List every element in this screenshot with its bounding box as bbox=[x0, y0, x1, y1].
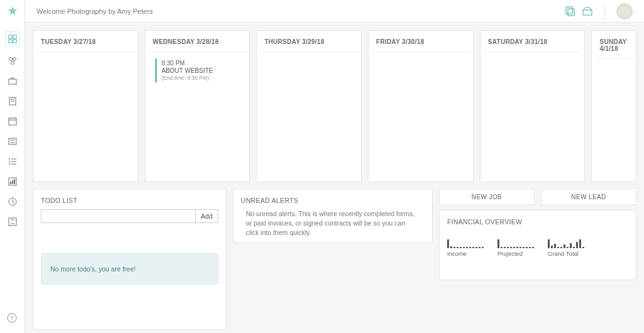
finance-charts: Income Projected Grand Total bbox=[447, 234, 628, 257]
user-avatar[interactable] bbox=[616, 3, 633, 19]
finance-title: FINANCIAL OVERVIEW bbox=[447, 218, 628, 226]
lower-row: TODO LIST Add No more todo's, you are fr… bbox=[33, 188, 636, 330]
chart-income: Income bbox=[447, 234, 484, 257]
day-body: 8:30 PM ABOUT WEBSITE (End time: 9:30 PM… bbox=[148, 52, 247, 182]
day-body bbox=[483, 52, 582, 182]
svg-point-20 bbox=[9, 161, 10, 162]
svg-rect-3 bbox=[13, 40, 16, 43]
help-icon[interactable]: ? bbox=[7, 313, 18, 324]
day-body bbox=[259, 52, 358, 182]
todo-empty-message: No more todo's, you are free! bbox=[41, 253, 218, 285]
day-card[interactable]: TUESDAY 3/27/18 bbox=[33, 30, 138, 182]
calendar-row: TUESDAY 3/27/18 WEDNESDAY 3/28/18 8:30 P… bbox=[33, 30, 636, 182]
svg-text:?: ? bbox=[10, 315, 13, 321]
nav-calendar-icon[interactable] bbox=[7, 116, 18, 127]
day-header: SUNDAY 4/1/18 bbox=[592, 31, 636, 58]
finance-panel: FINANCIAL OVERVIEW Income Projected Gran… bbox=[439, 210, 636, 280]
svg-rect-27 bbox=[14, 179, 15, 184]
day-card[interactable]: SATURDAY 3/31/18 bbox=[480, 30, 586, 182]
day-card[interactable]: FRIDAY 3/30/18 bbox=[368, 30, 474, 182]
day-header: WEDNESDAY 3/28/18 bbox=[145, 31, 250, 52]
todo-title: TODO LIST bbox=[41, 197, 218, 204]
todo-input-row: Add bbox=[41, 209, 218, 223]
chart-label: Income bbox=[447, 250, 467, 257]
svg-rect-37 bbox=[568, 9, 574, 16]
svg-rect-2 bbox=[8, 40, 11, 43]
right-column: NEW JOB NEW LEAD FINANCIAL OVERVIEW Inco… bbox=[439, 188, 636, 330]
svg-point-18 bbox=[9, 158, 10, 160]
svg-rect-25 bbox=[10, 182, 11, 184]
mini-chart bbox=[447, 234, 484, 248]
day-header: SATURDAY 3/31/18 bbox=[480, 31, 585, 52]
nav-invoice-icon[interactable] bbox=[7, 96, 18, 107]
svg-rect-15 bbox=[9, 138, 16, 145]
nav-forms-icon[interactable] bbox=[7, 136, 18, 147]
day-body bbox=[594, 58, 633, 182]
todo-add-button[interactable]: Add bbox=[196, 209, 218, 223]
chart-label: Grand Total bbox=[548, 250, 579, 257]
nav-reports-icon[interactable] bbox=[7, 176, 18, 187]
nav-timer-icon[interactable] bbox=[7, 196, 18, 207]
new-job-button[interactable]: NEW JOB bbox=[439, 188, 535, 205]
chart-projected: Projected bbox=[497, 234, 534, 257]
nav-dashboard-icon[interactable] bbox=[5, 31, 20, 46]
svg-point-4 bbox=[9, 58, 12, 61]
action-row: NEW JOB NEW LEAD bbox=[439, 188, 636, 205]
main-content: TUESDAY 3/27/18 WEDNESDAY 3/28/18 8:30 P… bbox=[25, 23, 644, 333]
new-lead-button[interactable]: NEW LEAD bbox=[541, 188, 636, 205]
svg-rect-38 bbox=[583, 10, 592, 15]
event-time: 8:30 PM bbox=[162, 60, 240, 67]
svg-rect-31 bbox=[9, 218, 16, 226]
day-header: TUESDAY 3/27/18 bbox=[33, 31, 138, 52]
nav-contacts-icon[interactable] bbox=[7, 55, 18, 67]
alerts-title: UNREAD ALERTS bbox=[241, 197, 425, 204]
todo-input[interactable] bbox=[41, 209, 196, 223]
svg-rect-26 bbox=[12, 180, 13, 184]
day-body bbox=[371, 52, 470, 182]
svg-rect-11 bbox=[9, 118, 16, 125]
event-title: ABOUT WEBSITE bbox=[162, 67, 240, 74]
nav-briefcase-icon[interactable] bbox=[7, 75, 18, 87]
svg-rect-36 bbox=[566, 7, 572, 14]
svg-point-6 bbox=[11, 62, 14, 65]
day-card[interactable]: WEDNESDAY 3/28/18 8:30 PM ABOUT WEBSITE … bbox=[145, 30, 250, 182]
chart-label: Projected bbox=[497, 250, 523, 257]
alerts-body: No unread alerts. This is where recently… bbox=[241, 209, 425, 238]
svg-point-5 bbox=[13, 58, 16, 61]
day-card[interactable]: THURSDAY 3/29/18 bbox=[256, 30, 362, 182]
svg-rect-0 bbox=[8, 35, 11, 38]
event-end: (End time: 9:30 PM) bbox=[162, 75, 240, 81]
svg-line-30 bbox=[13, 202, 14, 203]
mini-chart bbox=[548, 234, 584, 248]
inbox-icon[interactable] bbox=[582, 6, 593, 16]
nav-settings-icon[interactable] bbox=[7, 216, 18, 227]
welcome-text: Welcome Photography by Amy Peters bbox=[36, 8, 153, 15]
svg-rect-1 bbox=[13, 35, 16, 38]
nav-list-icon[interactable] bbox=[7, 156, 18, 167]
day-body bbox=[36, 52, 135, 182]
calendar-event[interactable]: 8:30 PM ABOUT WEBSITE (End time: 9:30 PM… bbox=[155, 58, 240, 82]
day-header: FRIDAY 3/30/18 bbox=[369, 31, 473, 52]
alerts-panel: UNREAD ALERTS No unread alerts. This is … bbox=[233, 188, 433, 243]
mini-chart bbox=[497, 234, 534, 248]
day-header: THURSDAY 3/29/18 bbox=[257, 31, 361, 52]
copy-icon[interactable] bbox=[564, 6, 575, 16]
todo-panel: TODO LIST Add No more todo's, you are fr… bbox=[33, 188, 226, 330]
svg-point-22 bbox=[9, 163, 10, 165]
chart-grand-total: Grand Total bbox=[548, 234, 584, 257]
app-logo bbox=[6, 5, 19, 19]
topbar-divider bbox=[604, 3, 605, 19]
sidebar: ? bbox=[0, 0, 25, 333]
day-card[interactable]: SUNDAY 4/1/18 bbox=[591, 30, 636, 182]
svg-rect-7 bbox=[9, 79, 16, 84]
topbar: Welcome Photography by Amy Peters bbox=[25, 0, 644, 23]
